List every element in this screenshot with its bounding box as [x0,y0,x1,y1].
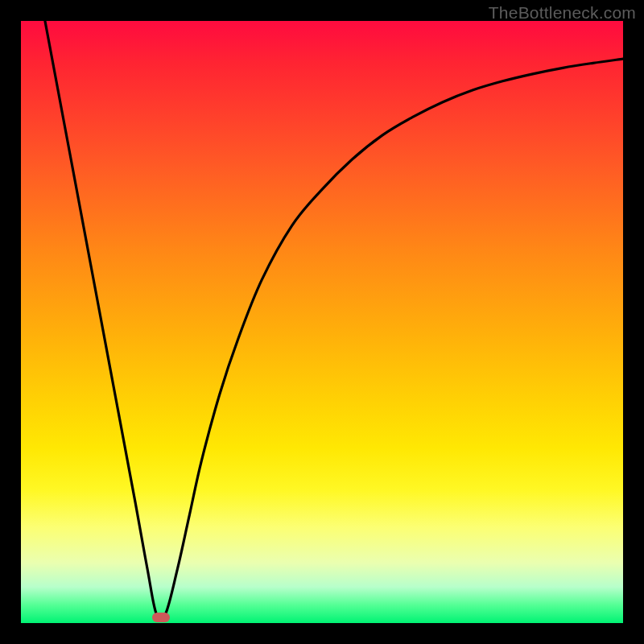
chart-frame: TheBottleneck.com [0,0,644,644]
bottleneck-curve [21,21,623,623]
minimum-marker [152,613,170,622]
plot-area [21,21,623,623]
watermark-text: TheBottleneck.com [489,3,636,23]
